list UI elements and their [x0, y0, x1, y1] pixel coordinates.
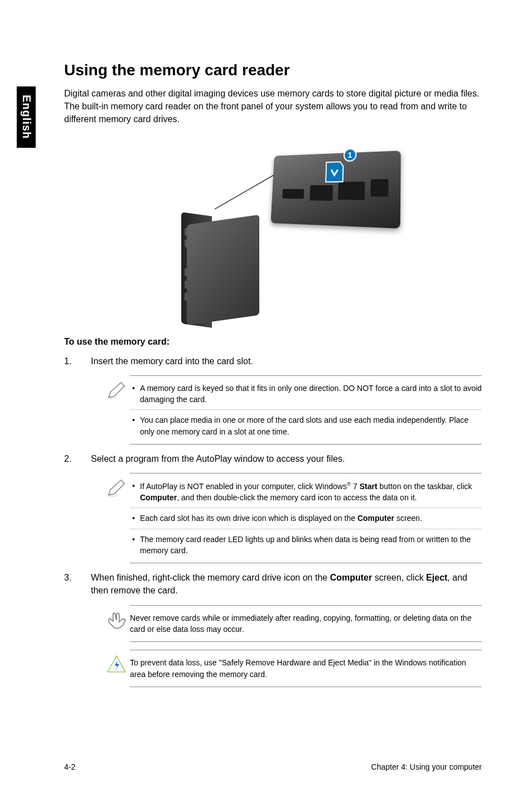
hand-icon: [103, 605, 130, 642]
card-reader-panel-zoom: 1: [270, 151, 400, 229]
note-block-1: A memory card is keyed so that it fits i…: [103, 375, 482, 445]
step-text: Select a program from the AutoPlay windo…: [91, 452, 482, 465]
section-heading: Using the memory card reader: [64, 61, 482, 79]
step-number: 1.: [64, 355, 91, 368]
note-block-3: Never remove cards while or immediately …: [103, 605, 482, 642]
step-2: 2. Select a program from the AutoPlay wi…: [64, 452, 482, 465]
step-text: Insert the memory card into the card slo…: [91, 355, 482, 368]
chapter-label: Chapter 4: Using your computer: [371, 762, 482, 771]
pc-tower-side: [187, 214, 259, 325]
note2-item2: Each card slot has its own drive icon wh…: [130, 508, 482, 526]
note3-text: Never remove cards while or immediately …: [130, 610, 482, 637]
language-tab: English: [17, 86, 36, 148]
step-number: 3.: [64, 571, 91, 597]
pencil-icon: [103, 473, 130, 563]
intro-paragraph: Digital cameras and other digital imagin…: [64, 87, 482, 126]
step-1: 1. Insert the memory card into the card …: [64, 355, 482, 368]
step-number: 2.: [64, 452, 91, 465]
note2-item3: The memory card reader LED lights up and…: [130, 529, 482, 559]
steps-heading: To use the memory card:: [64, 337, 482, 347]
page-footer: 4-2 Chapter 4: Using your computer: [64, 762, 482, 771]
step-text: When finished, right-click the memory ca…: [91, 571, 482, 597]
sd-card-icon: [321, 159, 349, 187]
card-reader-figure: 1: [142, 136, 404, 320]
note4-text: To prevent data loss, use "Safely Remove…: [130, 655, 482, 682]
step-3: 3. When finished, right-click the memory…: [64, 571, 482, 597]
caution-bolt-icon: [103, 650, 130, 687]
note2-item1: If AutoPlay is NOT enabled in your compu…: [130, 478, 482, 505]
note-block-4: To prevent data loss, use "Safely Remove…: [103, 650, 482, 687]
note-block-2: If AutoPlay is NOT enabled in your compu…: [103, 473, 482, 563]
pencil-icon: [103, 375, 130, 445]
note1-item2: You can place media in one or more of th…: [130, 409, 482, 439]
note1-item1: A memory card is keyed so that it fits i…: [130, 380, 482, 408]
page-number: 4-2: [64, 762, 75, 771]
